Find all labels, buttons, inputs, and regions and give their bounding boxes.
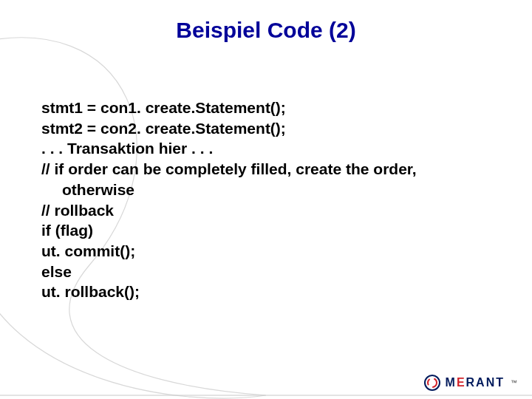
code-line: // rollback [41, 200, 499, 221]
logo-text-accent: E [457, 376, 466, 389]
code-line: if (flag) [41, 220, 499, 241]
merant-logo-icon [423, 374, 441, 392]
svg-point-1 [428, 378, 437, 387]
slide: Beispiel Code (2) stmt1 = con1. create.S… [0, 0, 532, 399]
trademark-symbol: ™ [511, 379, 517, 386]
code-line: else [41, 262, 499, 282]
brand-footer: MERANT ™ [423, 374, 517, 392]
merant-logo-text: MERANT [446, 376, 505, 389]
code-line: ut. rollback(); [41, 282, 499, 302]
logo-text-post: RANT [466, 376, 505, 389]
code-line-indent: otherwise [41, 180, 499, 200]
code-block: stmt1 = con1. create.Statement(); stmt2 … [41, 98, 499, 302]
code-line: // if order can be completely filled, cr… [41, 159, 499, 180]
code-line: stmt2 = con2. create.Statement(); [41, 118, 499, 139]
slide-title: Beispiel Code (2) [0, 18, 532, 43]
code-line: stmt1 = con1. create.Statement(); [41, 98, 499, 118]
code-line: . . . Transaktion hier . . . [41, 138, 499, 159]
code-line: ut. commit(); [41, 241, 499, 262]
logo-text-pre: M [446, 376, 457, 389]
